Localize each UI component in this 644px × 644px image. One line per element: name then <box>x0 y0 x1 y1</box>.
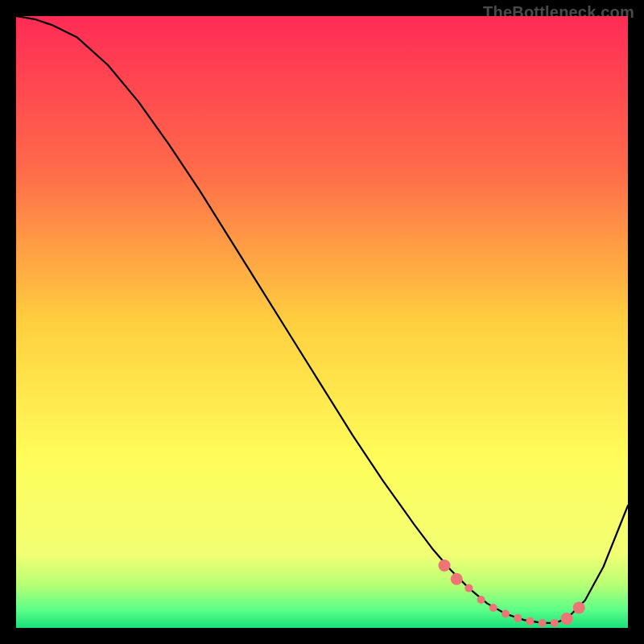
highlight-dot <box>477 596 485 604</box>
highlight-dot <box>561 613 573 625</box>
highlight-dot <box>551 619 559 627</box>
highlight-dot <box>439 559 451 572</box>
highlight-dot <box>502 610 510 618</box>
chart-stage: TheBottleneck.com <box>0 0 644 644</box>
highlight-dot <box>514 614 522 622</box>
highlight-dot <box>526 617 534 625</box>
bottleneck-plot <box>16 16 628 628</box>
plot-background <box>16 16 628 628</box>
highlight-dot <box>489 604 497 612</box>
highlight-dot <box>451 573 463 585</box>
highlight-dot <box>464 584 473 592</box>
highlight-dot <box>573 601 585 613</box>
highlight-dot <box>539 619 547 627</box>
